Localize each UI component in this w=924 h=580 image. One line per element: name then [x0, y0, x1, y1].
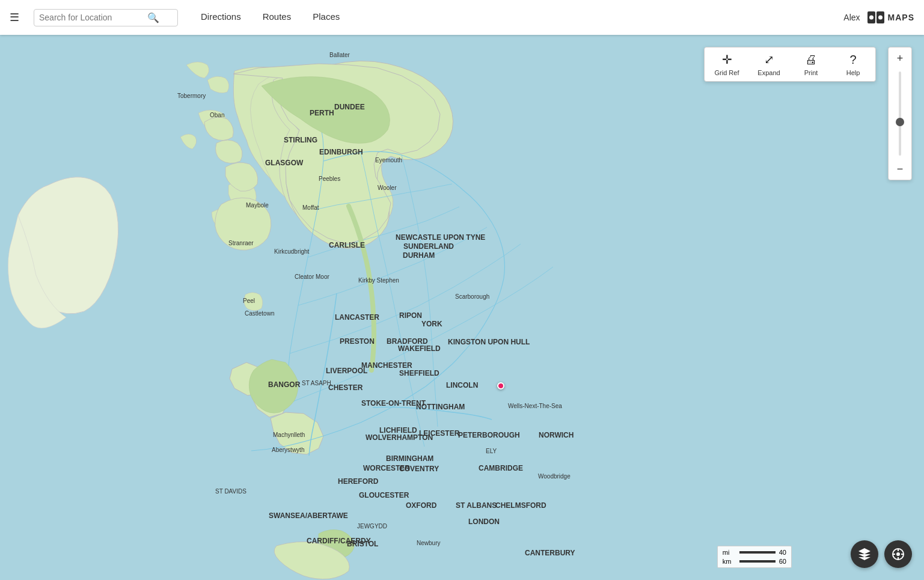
search-input[interactable]: [39, 13, 147, 22]
layers-icon: [857, 547, 872, 561]
svg-rect-4: [0, 35, 924, 580]
scale-km-row: km 60: [723, 558, 786, 565]
zoom-slider-thumb[interactable]: [896, 118, 904, 126]
map-tools-panel: ✛ Grid Ref ⤢ Expand 🖨 Print ? Help: [704, 47, 876, 82]
help-button[interactable]: ? Help: [838, 53, 868, 76]
search-container: 🔍: [34, 9, 178, 26]
scale-km-label: km: [723, 558, 736, 565]
map-svg: [0, 35, 924, 580]
svg-point-3: [878, 16, 883, 20]
compass-icon: [891, 547, 905, 561]
scale-mi-label: mi: [723, 549, 736, 556]
nav-links: Directions Routes Places: [190, 0, 350, 35]
help-label: Help: [846, 69, 860, 76]
svg-point-10: [897, 553, 899, 555]
scale-km-value: 60: [779, 558, 786, 565]
zoom-in-button[interactable]: +: [888, 47, 912, 69]
print-label: Print: [804, 69, 818, 76]
scale-mi-row: mi 40: [723, 549, 786, 556]
expand-button[interactable]: ⤢ Expand: [754, 52, 784, 76]
hamburger-icon: ☰: [10, 11, 19, 24]
compass-button[interactable]: [884, 540, 912, 568]
bottom-right-controls: [851, 540, 912, 568]
expand-label: Expand: [757, 69, 780, 76]
map-container[interactable]: BallaterTobermoryPERTHDUNDEEObanSTIRLING…: [0, 35, 924, 580]
expand-icon: ⤢: [764, 52, 774, 67]
zoom-slider-track[interactable]: [899, 72, 901, 156]
user-section: Alex MAPS: [843, 11, 924, 23]
zoom-out-button[interactable]: −: [888, 158, 912, 180]
grid-ref-label: Grid Ref: [715, 69, 739, 76]
scale-mi-value: 40: [779, 549, 786, 556]
search-icon[interactable]: 🔍: [147, 12, 159, 23]
grid-ref-button[interactable]: ✛ Grid Ref: [712, 52, 742, 76]
scale-bar: mi 40 km 60: [717, 546, 792, 568]
scale-mi-line: [739, 551, 776, 554]
scale-km-line: [739, 560, 776, 563]
nav-routes[interactable]: Routes: [252, 0, 302, 35]
nav-places[interactable]: Places: [302, 0, 350, 35]
brand-icon: [867, 11, 884, 23]
location-marker: [497, 382, 504, 389]
zoom-panel: + −: [888, 47, 912, 180]
user-name: Alex: [843, 13, 860, 22]
brand-logo: MAPS: [867, 11, 914, 23]
grid-ref-icon: ✛: [722, 52, 732, 67]
brand-label: MAPS: [888, 13, 914, 22]
help-icon: ?: [849, 53, 856, 67]
nav-directions[interactable]: Directions: [190, 0, 252, 35]
print-button[interactable]: 🖨 Print: [796, 53, 826, 76]
svg-point-2: [869, 16, 874, 20]
layer-toggle-button[interactable]: [851, 540, 878, 568]
hamburger-button[interactable]: ☰: [0, 0, 29, 35]
print-icon: 🖨: [805, 53, 817, 67]
header: ☰ 🔍 Directions Routes Places Alex MAPS: [0, 0, 924, 35]
